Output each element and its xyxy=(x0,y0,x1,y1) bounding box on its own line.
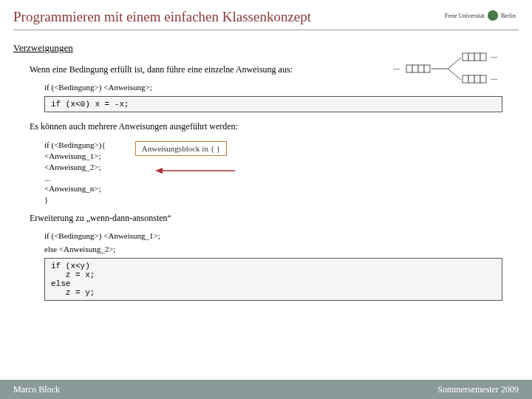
block-syntax: if (<Bedingung>){ <Anweisung_1>; <Anweis… xyxy=(44,140,106,205)
svg-rect-0 xyxy=(406,65,412,72)
code-box-2: if (x<y) z = x; else z = y; xyxy=(44,258,502,301)
svg-rect-3 xyxy=(424,65,430,72)
annotation-arrow-icon xyxy=(155,166,236,178)
code-box-1: if (x<0) x = -x; xyxy=(44,96,502,112)
footer-term: Sommersemester 2009 xyxy=(437,384,519,395)
svg-rect-10 xyxy=(474,75,480,83)
svg-rect-2 xyxy=(418,65,424,72)
block-l1: if (<Bedingung>){ xyxy=(44,140,106,151)
svg-rect-5 xyxy=(468,53,474,61)
svg-rect-4 xyxy=(463,53,468,61)
svg-rect-6 xyxy=(474,53,480,61)
svg-rect-8 xyxy=(463,75,468,83)
logo-text: Freie Universität xyxy=(445,13,485,19)
svg-text:····: ···· xyxy=(491,53,497,61)
svg-rect-9 xyxy=(468,75,474,83)
svg-text:····: ···· xyxy=(393,65,400,72)
footer-author: Marco Block xyxy=(13,384,60,395)
svg-rect-11 xyxy=(480,75,486,83)
svg-text:····: ···· xyxy=(491,75,497,83)
seal-icon xyxy=(488,10,498,21)
block-l4: ... xyxy=(44,173,106,184)
paragraph-2: Es können auch mehrere Anweisungen ausge… xyxy=(30,121,519,132)
svg-rect-7 xyxy=(480,53,486,61)
block-row: if (<Bedingung>){ <Anweisung_1>; <Anweis… xyxy=(44,140,519,205)
block-l6: } xyxy=(44,194,106,205)
block-l2: <Anweisung_1>; xyxy=(44,151,106,162)
annotation-box: Anweisungsblock in { } xyxy=(135,141,227,156)
syntax-3b: else <Anweisung_2>; xyxy=(44,245,519,253)
block-l3: <Anweisung_2>; xyxy=(44,162,106,173)
svg-line-13 xyxy=(448,58,461,69)
footer: Marco Block Sommersemester 2009 xyxy=(0,380,532,399)
svg-line-14 xyxy=(448,69,461,80)
block-l5: <Anweisung_n>; xyxy=(44,183,106,194)
branch-diagram: ···· ···· ···· xyxy=(390,52,516,89)
paragraph-3: Erweiterung zu „wenn-dann-ansonsten“ xyxy=(30,213,519,224)
svg-rect-1 xyxy=(412,65,418,72)
university-logo: Freie Universität Berlin xyxy=(445,10,516,21)
syntax-3a: if (<Bedingung>) <Anweisung_1>; xyxy=(44,231,519,240)
svg-marker-19 xyxy=(155,168,163,174)
logo-city: Berlin xyxy=(501,13,516,19)
page-title: Programmieren mit einem einfachen Klasse… xyxy=(13,9,519,30)
